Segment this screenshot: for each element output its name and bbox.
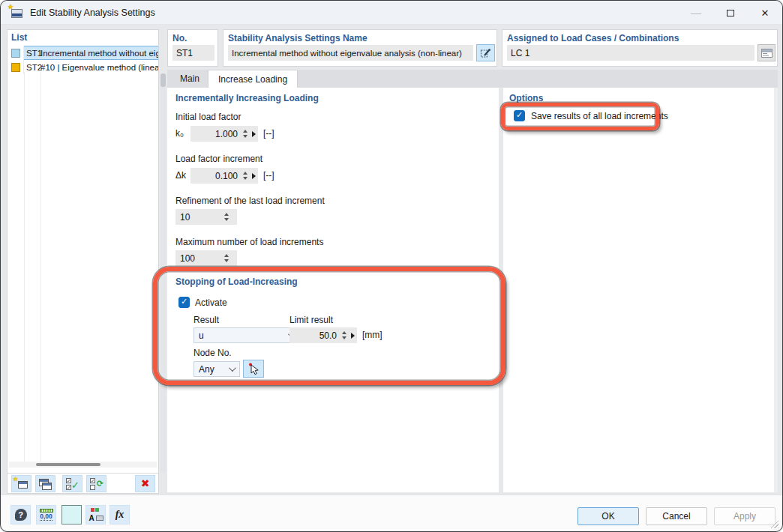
dropdown-value: u bbox=[199, 330, 204, 341]
assigned-field[interactable]: LC 1 bbox=[507, 45, 754, 61]
spinner[interactable] bbox=[240, 126, 250, 142]
load-factor-increment-field[interactable]: 0.100 bbox=[190, 168, 258, 184]
apply-button[interactable]: Apply bbox=[714, 507, 776, 525]
pencil-icon bbox=[480, 47, 491, 58]
field-value[interactable]: 100 bbox=[180, 253, 221, 264]
list-grid-line bbox=[40, 72, 41, 462]
dk-symbol: Δk bbox=[176, 170, 186, 181]
title-bar: ★ Edit Stability Analysis Settings — ✕ bbox=[1, 1, 782, 25]
edit-name-button[interactable] bbox=[476, 44, 495, 61]
color-swatch bbox=[11, 63, 20, 72]
pick-node-button[interactable] bbox=[243, 360, 264, 378]
cycle-arrows-icon: ⟳ bbox=[97, 479, 104, 489]
unit-label: [--] bbox=[263, 128, 274, 139]
content-scroll-strip bbox=[774, 88, 778, 492]
copy-icon-front bbox=[42, 483, 52, 490]
formula-icon: fx bbox=[116, 509, 124, 521]
node-no-dropdown[interactable]: Any bbox=[194, 361, 240, 377]
dialog-footer: ? 0,00 A fx OK Cancel Apply bbox=[1, 495, 782, 531]
copy-entry-button[interactable] bbox=[35, 475, 56, 492]
app-icon-star: ★ bbox=[8, 3, 14, 10]
toggle-selection-button[interactable]: ✓ ⟳ bbox=[86, 475, 106, 492]
list-panel: List ST1 Incremental method without eige… bbox=[7, 29, 159, 494]
node-no-label: Node No. bbox=[194, 348, 232, 358]
number-label: No. bbox=[172, 33, 187, 43]
flyout-arrow[interactable] bbox=[250, 126, 258, 142]
refinement-field[interactable]: 10 bbox=[176, 209, 237, 225]
list-grid-line bbox=[24, 72, 25, 462]
cancel-button[interactable]: Cancel bbox=[646, 507, 707, 525]
initial-load-factor-field[interactable]: 1.000 bbox=[190, 126, 258, 142]
list-item-label: #10 | Eigenvalue method (linear) | I bbox=[40, 63, 158, 72]
result-dropdown[interactable]: u bbox=[194, 327, 299, 343]
delete-entry-button[interactable]: ✖ bbox=[135, 475, 155, 492]
stopping-section-title: Stopping of Load-Increasing bbox=[176, 276, 298, 287]
list-horizontal-scrollbar[interactable] bbox=[9, 462, 157, 468]
unit-label: [mm] bbox=[362, 330, 382, 340]
k0-symbol: k₀ bbox=[176, 128, 184, 139]
load-factor-increment-label: Load factor increment bbox=[176, 154, 262, 164]
scrollbar-thumb[interactable] bbox=[160, 73, 166, 87]
list-item-st2[interactable]: ST2 #10 | Eigenvalue method (linear) | I bbox=[8, 60, 158, 74]
help-button[interactable]: ? bbox=[10, 505, 31, 525]
color-swatch bbox=[11, 49, 20, 58]
options-panel: Options Save results of all load increme… bbox=[503, 88, 774, 492]
display-properties-icon: A bbox=[88, 508, 104, 522]
options-title: Options bbox=[509, 93, 543, 103]
color-swatch-button[interactable] bbox=[62, 505, 82, 525]
new-entry-button[interactable]: ★ bbox=[11, 475, 32, 492]
initial-load-factor-label: Initial load factor bbox=[176, 112, 241, 122]
name-field[interactable]: Incremental method without eigenvalue an… bbox=[228, 45, 473, 61]
maximize-icon bbox=[727, 10, 734, 16]
list-vertical-scrollbar[interactable] bbox=[160, 73, 166, 473]
max-increments-label: Maximum number of load increments bbox=[176, 237, 323, 247]
tab-strip: Main Increase Loading bbox=[167, 70, 778, 88]
app-icon: ★ bbox=[9, 7, 24, 19]
spinner[interactable] bbox=[221, 209, 231, 225]
tab-increase-loading[interactable]: Increase Loading bbox=[208, 70, 298, 88]
refinement-label: Refinement of the last load increment bbox=[176, 196, 325, 206]
activate-checkbox[interactable] bbox=[178, 297, 190, 308]
select-cursor-icon bbox=[247, 362, 260, 375]
field-value[interactable]: 0.100 bbox=[190, 171, 240, 181]
maximize-button[interactable] bbox=[713, 1, 748, 25]
name-label: Stability Analysis Settings Name bbox=[228, 33, 368, 43]
limit-result-field[interactable]: 50.0 bbox=[290, 327, 357, 343]
minimize-button[interactable]: — bbox=[679, 1, 713, 25]
unit-label: [--] bbox=[263, 170, 274, 181]
select-load-cases-button[interactable] bbox=[758, 44, 776, 61]
scrollbar-thumb[interactable] bbox=[36, 463, 100, 466]
display-properties-button[interactable]: A bbox=[86, 505, 106, 525]
spinner[interactable] bbox=[240, 168, 250, 184]
chevron-down-icon bbox=[229, 364, 236, 372]
units-icon: 0,00 bbox=[40, 509, 53, 521]
ok-button[interactable]: OK bbox=[578, 507, 639, 525]
list-item-st1[interactable]: ST1 Incremental method without eigenvalu… bbox=[8, 46, 158, 60]
field-value[interactable]: 1.000 bbox=[190, 129, 240, 139]
spinner[interactable] bbox=[339, 327, 349, 343]
spinner[interactable] bbox=[221, 250, 231, 266]
help-icon: ? bbox=[15, 509, 27, 521]
max-increments-field[interactable]: 100 bbox=[176, 250, 237, 266]
assigned-label: Assigned to Load Cases / Combinations bbox=[507, 33, 679, 43]
dropdown-value: Any bbox=[199, 364, 214, 375]
field-value[interactable]: 50.0 bbox=[290, 330, 339, 341]
new-window-icon bbox=[18, 481, 28, 489]
units-settings-button[interactable]: 0,00 bbox=[36, 505, 56, 525]
number-box: No. ST1 bbox=[167, 29, 218, 67]
flyout-arrow[interactable] bbox=[349, 327, 357, 343]
window-title: Edit Stability Analysis Settings bbox=[30, 7, 155, 18]
new-star-icon: ★ bbox=[13, 476, 18, 483]
field-value[interactable]: 10 bbox=[180, 212, 221, 223]
select-all-button[interactable]: ✓ ✓ ✓ bbox=[62, 475, 82, 492]
close-button[interactable]: ✕ bbox=[748, 1, 782, 25]
number-field: ST1 bbox=[172, 45, 214, 61]
table-icon bbox=[761, 49, 772, 58]
flyout-arrow[interactable] bbox=[250, 168, 258, 184]
tab-main[interactable]: Main bbox=[172, 70, 208, 88]
resize-grip[interactable] bbox=[770, 520, 778, 528]
assigned-box: Assigned to Load Cases / Combinations LC… bbox=[502, 29, 778, 67]
list-item-id: ST1 bbox=[24, 49, 40, 58]
save-results-checkbox[interactable] bbox=[514, 110, 525, 121]
formula-button[interactable]: fx bbox=[110, 505, 130, 525]
